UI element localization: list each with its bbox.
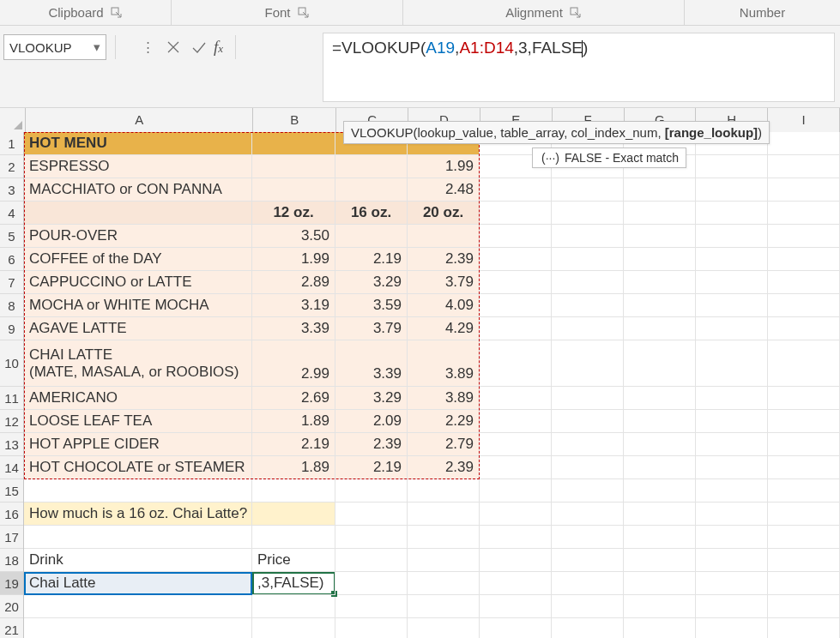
cell[interactable] <box>252 132 335 155</box>
ribbon-group-alignment[interactable]: Alignment <box>403 0 685 25</box>
cell[interactable] <box>768 225 840 248</box>
cell[interactable] <box>24 618 252 638</box>
cell[interactable] <box>480 178 552 202</box>
cell[interactable] <box>552 618 624 638</box>
cell[interactable] <box>768 526 840 549</box>
cell[interactable]: MACCHIATO or CON PANNA <box>24 178 252 202</box>
cell[interactable] <box>480 433 552 456</box>
row-header[interactable]: 8 <box>0 294 23 317</box>
cell[interactable] <box>624 526 696 549</box>
cell[interactable] <box>252 479 335 503</box>
cell[interactable] <box>335 225 408 248</box>
cell[interactable] <box>552 595 624 618</box>
cell[interactable] <box>24 595 252 618</box>
cell[interactable] <box>696 155 768 178</box>
cell[interactable]: 2.39 <box>408 248 480 271</box>
cell[interactable]: 3.89 <box>408 340 480 387</box>
cell[interactable] <box>696 225 768 248</box>
cell-active[interactable]: ,3,FALSE) <box>252 572 335 595</box>
cell[interactable] <box>24 479 252 503</box>
cell[interactable]: ESPRESSO <box>24 155 252 178</box>
row-header[interactable]: 13 <box>0 433 23 456</box>
cell[interactable] <box>480 479 552 503</box>
cell[interactable]: 16 oz. <box>335 202 408 225</box>
cell[interactable]: COFFEE of the DAY <box>24 248 252 271</box>
cell[interactable] <box>696 549 768 572</box>
cell[interactable] <box>24 526 252 549</box>
cell[interactable] <box>252 503 335 526</box>
cell[interactable] <box>408 503 480 526</box>
cell[interactable] <box>624 248 696 271</box>
cell[interactable]: 1.99 <box>252 248 335 271</box>
cell[interactable] <box>252 155 335 178</box>
cell[interactable]: 3.29 <box>335 271 408 294</box>
cell[interactable] <box>696 317 768 340</box>
cell[interactable] <box>768 387 840 410</box>
cell[interactable] <box>696 387 768 410</box>
cell[interactable] <box>252 178 335 202</box>
cell[interactable]: 2.48 <box>408 178 480 202</box>
row-header[interactable]: 21 <box>0 618 23 638</box>
cell[interactable] <box>768 294 840 317</box>
ribbon-group-clipboard[interactable]: Clipboard <box>0 0 172 25</box>
cell[interactable]: 2.69 <box>252 387 335 410</box>
cell[interactable] <box>552 410 624 433</box>
cell[interactable]: 3.59 <box>335 294 408 317</box>
cell[interactable] <box>552 456 624 479</box>
cell[interactable] <box>408 572 480 595</box>
cell[interactable] <box>480 618 552 638</box>
cell[interactable] <box>624 595 696 618</box>
cell[interactable] <box>552 202 624 225</box>
cell[interactable] <box>768 410 840 433</box>
cell[interactable] <box>252 526 335 549</box>
cell[interactable]: HOT APPLE CIDER <box>24 433 252 456</box>
cell[interactable]: 2.99 <box>252 340 335 387</box>
cell[interactable]: 3.29 <box>335 387 408 410</box>
select-all-button[interactable] <box>0 108 26 132</box>
cell[interactable] <box>408 479 480 503</box>
cell[interactable]: 2.19 <box>335 248 408 271</box>
cell[interactable] <box>335 479 408 503</box>
cell[interactable] <box>480 503 552 526</box>
cell[interactable]: HOT MENU <box>24 132 252 155</box>
cell[interactable] <box>552 479 624 503</box>
cell[interactable]: How much is a 16 oz. Chai Latte? <box>24 503 252 526</box>
cell[interactable] <box>696 433 768 456</box>
cell[interactable]: 3.39 <box>252 317 335 340</box>
cell[interactable] <box>696 526 768 549</box>
cell[interactable]: 3.79 <box>408 271 480 294</box>
cell[interactable] <box>624 317 696 340</box>
cell[interactable] <box>408 526 480 549</box>
cell[interactable] <box>624 271 696 294</box>
cell[interactable] <box>480 340 552 387</box>
cell[interactable] <box>768 317 840 340</box>
cell[interactable] <box>624 433 696 456</box>
cell[interactable] <box>696 202 768 225</box>
cell[interactable]: 3.79 <box>335 317 408 340</box>
cell[interactable]: 3.19 <box>252 294 335 317</box>
cell[interactable] <box>552 526 624 549</box>
cell[interactable] <box>696 503 768 526</box>
cell[interactable] <box>768 479 840 503</box>
cell[interactable] <box>480 549 552 572</box>
cell[interactable] <box>768 456 840 479</box>
cell[interactable] <box>624 456 696 479</box>
cell[interactable] <box>624 618 696 638</box>
cell[interactable] <box>768 155 840 178</box>
cell[interactable] <box>480 202 552 225</box>
cell[interactable] <box>24 202 252 225</box>
cell[interactable] <box>552 294 624 317</box>
cell[interactable] <box>335 549 408 572</box>
chevron-down-icon[interactable]: ▾ <box>94 39 100 55</box>
row-header[interactable]: 14 <box>0 456 23 479</box>
cell[interactable]: 4.29 <box>408 317 480 340</box>
function-option-tooltip[interactable]: (···)FALSE - Exact match <box>532 147 686 168</box>
cell[interactable]: LOOSE LEAF TEA <box>24 410 252 433</box>
ribbon-group-font[interactable]: Font <box>172 0 403 25</box>
cell[interactable]: 2.79 <box>408 433 480 456</box>
cell[interactable]: 2.39 <box>335 433 408 456</box>
cell[interactable]: 1.99 <box>408 155 480 178</box>
cell[interactable] <box>624 178 696 202</box>
cell[interactable] <box>335 503 408 526</box>
row-header[interactable]: 4 <box>0 202 23 225</box>
